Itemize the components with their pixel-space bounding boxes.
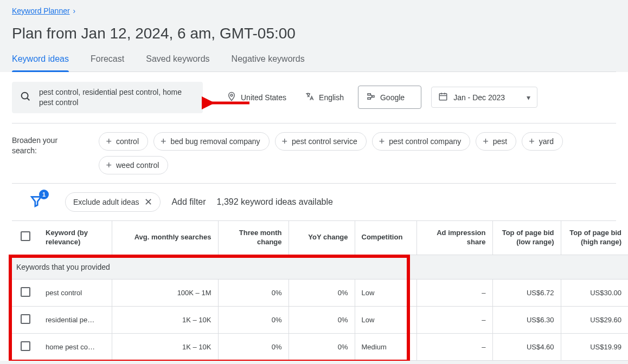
close-icon[interactable]: ✕ [144, 197, 152, 207]
tab-saved-keywords[interactable]: Saved keywords [146, 54, 209, 72]
chevron-right-icon: › [71, 6, 76, 15]
bid-low-cell: US$6.72 [492, 279, 561, 306]
ad-share-cell: – [416, 306, 492, 333]
plus-icon: + [106, 136, 112, 146]
competition-cell: Low [355, 279, 416, 306]
chip-yard[interactable]: +yard [522, 132, 563, 151]
bid-low-cell: US$6.30 [492, 306, 561, 333]
plus-icon: + [282, 136, 288, 146]
col-bid-low[interactable]: Top of page bid (low range) [492, 221, 561, 255]
col-yoy[interactable]: YoY change [289, 221, 355, 255]
location-label: United States [241, 93, 286, 102]
three-month-cell: 0% [218, 306, 289, 333]
table-row: pest control 100K – 1M 0% 0% Low – US$6.… [12, 279, 628, 306]
date-range-picker[interactable]: Jan - Dec 2023 ▾ [431, 87, 537, 108]
three-month-cell: 0% [218, 333, 289, 360]
select-all-checkbox[interactable] [21, 231, 30, 241]
ideas-count: 1,392 keyword ideas available [217, 197, 333, 207]
chip-bed-bug-removal[interactable]: +bed bug removal company [153, 132, 270, 151]
chip-weed-control[interactable]: +weed control [99, 156, 168, 174]
filter-badge: 1 [39, 190, 49, 199]
keyword-search-box[interactable]: pest control, residential pest control, … [12, 82, 203, 113]
avg-cell: 1K – 10K [112, 306, 218, 333]
yoy-cell: 0% [289, 306, 355, 333]
plus-icon: + [161, 136, 166, 146]
network-label: Google [380, 93, 405, 102]
dropdown-icon: ▾ [527, 93, 530, 102]
language-scope[interactable]: English [300, 92, 348, 103]
chip-pest-control-company[interactable]: +pest control company [372, 132, 471, 151]
network-icon [366, 92, 376, 103]
tab-negative-keywords[interactable]: Negative keywords [232, 54, 305, 72]
keyword-table: Keyword (by relevance) Avg. monthly sear… [12, 221, 628, 361]
tab-forecast[interactable]: Forecast [91, 54, 124, 72]
plus-icon: + [106, 160, 112, 170]
keyword-cell[interactable]: pest control [46, 289, 105, 297]
svg-rect-4 [368, 94, 370, 95]
plus-icon: + [379, 136, 385, 146]
svg-rect-6 [372, 96, 374, 98]
date-range-label: Jan - Dec 2023 [453, 93, 505, 102]
broaden-chips: +control +bed bug removal company +pest … [99, 132, 616, 174]
breadcrumb-link[interactable]: Keyword Planner [12, 6, 70, 15]
three-month-cell: 0% [218, 279, 289, 306]
plus-icon: + [529, 136, 535, 146]
tab-keyword-ideas[interactable]: Keyword ideas [12, 54, 69, 72]
bid-low-cell: US$4.60 [492, 333, 561, 360]
row-checkbox[interactable] [21, 314, 30, 324]
breadcrumb: Keyword Planner › [12, 6, 616, 15]
svg-line-1 [27, 98, 29, 100]
location-scope[interactable]: United States [222, 92, 291, 103]
language-icon [305, 92, 315, 103]
yoy-cell: 0% [289, 279, 355, 306]
filter-row: 1 Exclude adult ideas ✕ Add filter 1,392… [12, 184, 616, 221]
col-competition[interactable]: Competition [355, 221, 416, 255]
col-three-month[interactable]: Three month change [218, 221, 289, 255]
avg-cell: 100K – 1M [112, 279, 218, 306]
chip-control[interactable]: +control [99, 132, 148, 151]
bid-high-cell: US$30.00 [561, 279, 628, 306]
svg-point-3 [230, 94, 233, 96]
tabs: Keyword ideas Forecast Saved keywords Ne… [12, 54, 616, 72]
add-filter-button[interactable]: Add filter [171, 197, 206, 207]
svg-rect-5 [368, 98, 370, 100]
yoy-cell: 0% [289, 333, 355, 360]
keyword-cell[interactable]: home pest co… [46, 343, 105, 351]
ad-share-cell: – [416, 333, 492, 360]
search-query-text: pest control, residential pest control, … [39, 87, 195, 108]
keyword-cell[interactable]: residential pe… [46, 316, 105, 324]
avg-cell: 1K – 10K [112, 333, 218, 360]
col-ad-share[interactable]: Ad impression share [416, 221, 492, 255]
network-scope[interactable]: Google [358, 86, 421, 109]
chip-pest[interactable]: +pest [476, 132, 516, 151]
search-icon [20, 90, 31, 104]
col-keyword[interactable]: Keyword (by relevance) [39, 221, 112, 255]
competition-cell: Low [355, 306, 416, 333]
plus-icon: + [483, 136, 489, 146]
col-bid-high[interactable]: Top of page bid (high range) [561, 221, 628, 255]
filter-button[interactable]: 1 [29, 194, 43, 210]
ad-share-cell: – [416, 279, 492, 306]
bid-high-cell: US$19.99 [561, 333, 628, 360]
search-row: pest control, residential pest control, … [12, 72, 616, 123]
svg-point-0 [22, 93, 28, 99]
competition-cell: Medium [355, 333, 416, 360]
page-title: Plan from Jan 12, 2024, 6 am, GMT-05:00 [12, 25, 616, 42]
location-pin-icon [227, 92, 236, 103]
bid-high-cell: US$29.60 [561, 306, 628, 333]
row-checkbox[interactable] [21, 287, 30, 297]
group-header-row: Keywords that you provided [12, 255, 628, 279]
table-row: residential pe… 1K – 10K 0% 0% Low – US$… [12, 306, 628, 333]
table-row: home pest co… 1K – 10K 0% 0% Medium – US… [12, 333, 628, 360]
row-checkbox[interactable] [21, 341, 30, 351]
svg-rect-9 [439, 94, 447, 100]
chip-pest-control-service[interactable]: +pest control service [275, 132, 367, 151]
language-label: English [319, 93, 344, 102]
broaden-row: Broaden your search: +control +bed bug r… [12, 123, 616, 184]
filter-pill-exclude-adult[interactable]: Exclude adult ideas ✕ [65, 192, 161, 212]
col-avg[interactable]: Avg. monthly searches [112, 221, 218, 255]
calendar-icon [438, 92, 448, 103]
broaden-label: Broaden your search: [12, 132, 81, 157]
